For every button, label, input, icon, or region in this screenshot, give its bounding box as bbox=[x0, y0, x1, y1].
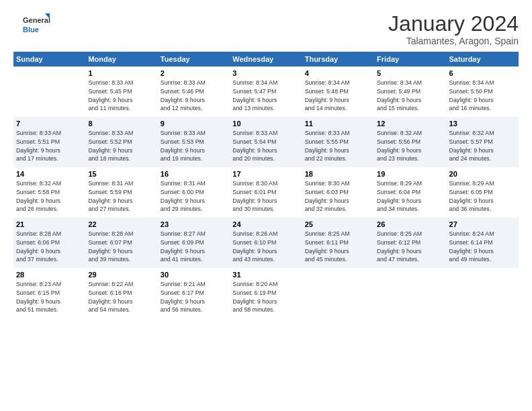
calendar-cell: 26Sunrise: 8:25 AMSunset: 6:12 PMDayligh… bbox=[374, 218, 446, 268]
day-info: Sunrise: 8:34 AMSunset: 5:48 PMDaylight:… bbox=[305, 79, 371, 113]
header: General Blue General Blue January 2024 T… bbox=[13, 12, 519, 46]
day-info: Sunrise: 8:29 AMSunset: 6:05 PMDaylight:… bbox=[449, 179, 516, 214]
day-info: Sunrise: 8:33 AMSunset: 5:46 PMDaylight:… bbox=[161, 79, 227, 113]
calendar-cell: 13Sunrise: 8:32 AMSunset: 5:57 PMDayligh… bbox=[447, 117, 519, 167]
day-number: 3 bbox=[232, 69, 299, 77]
day-info: Sunrise: 8:23 AMSunset: 6:15 PMDaylight:… bbox=[16, 280, 83, 314]
calendar-body: 1Sunrise: 8:33 AMSunset: 5:45 PMDaylight… bbox=[13, 66, 519, 318]
svg-text:Blue: Blue bbox=[23, 26, 39, 34]
day-number: 13 bbox=[449, 120, 516, 128]
calendar-title: January 2024 bbox=[388, 12, 519, 36]
day-info: Sunrise: 8:31 AMSunset: 6:00 PMDaylight:… bbox=[161, 179, 227, 214]
calendar-cell bbox=[447, 268, 519, 318]
day-info: Sunrise: 8:25 AMSunset: 6:12 PMDaylight:… bbox=[377, 230, 443, 264]
calendar-cell: 16Sunrise: 8:31 AMSunset: 6:00 PMDayligh… bbox=[158, 167, 230, 218]
day-number: 9 bbox=[161, 120, 227, 128]
header-thursday: Thursday bbox=[302, 52, 374, 66]
calendar-subtitle: Talamantes, Aragon, Spain bbox=[388, 36, 519, 46]
calendar-cell: 21Sunrise: 8:28 AMSunset: 6:06 PMDayligh… bbox=[13, 218, 85, 268]
day-info: Sunrise: 8:34 AMSunset: 5:50 PMDaylight:… bbox=[449, 79, 516, 113]
day-number: 12 bbox=[377, 120, 443, 128]
calendar-cell: 17Sunrise: 8:30 AMSunset: 6:01 PMDayligh… bbox=[230, 167, 302, 218]
logo-icon: General Blue bbox=[13, 12, 60, 34]
day-number: 21 bbox=[16, 220, 83, 228]
day-number: 2 bbox=[161, 69, 227, 77]
day-number: 30 bbox=[161, 271, 227, 279]
day-number: 27 bbox=[449, 220, 516, 228]
title-block: January 2024 Talamantes, Aragon, Spain bbox=[388, 12, 519, 46]
day-number: 10 bbox=[232, 120, 299, 128]
header-sunday: Sunday bbox=[13, 52, 85, 66]
day-info: Sunrise: 8:22 AMSunset: 6:16 PMDaylight:… bbox=[88, 280, 154, 314]
day-info: Sunrise: 8:33 AMSunset: 5:51 PMDaylight:… bbox=[16, 129, 83, 163]
day-number: 29 bbox=[88, 271, 154, 279]
calendar-cell: 11Sunrise: 8:33 AMSunset: 5:55 PMDayligh… bbox=[302, 117, 374, 167]
calendar-cell bbox=[302, 268, 374, 318]
day-info: Sunrise: 8:33 AMSunset: 5:53 PMDaylight:… bbox=[161, 129, 227, 163]
day-number: 5 bbox=[377, 69, 443, 77]
day-info: Sunrise: 8:20 AMSunset: 6:19 PMDaylight:… bbox=[232, 280, 299, 314]
day-info: Sunrise: 8:33 AMSunset: 5:45 PMDaylight:… bbox=[88, 79, 154, 113]
day-number: 6 bbox=[449, 69, 516, 77]
day-number: 31 bbox=[232, 271, 299, 279]
day-info: Sunrise: 8:32 AMSunset: 5:56 PMDaylight:… bbox=[377, 129, 443, 163]
day-number: 18 bbox=[305, 170, 371, 178]
day-info: Sunrise: 8:30 AMSunset: 6:03 PMDaylight:… bbox=[305, 179, 371, 214]
day-number: 8 bbox=[88, 120, 154, 128]
calendar-cell: 3Sunrise: 8:34 AMSunset: 5:47 PMDaylight… bbox=[230, 66, 302, 117]
calendar-cell: 4Sunrise: 8:34 AMSunset: 5:48 PMDaylight… bbox=[302, 66, 374, 117]
day-info: Sunrise: 8:28 AMSunset: 6:07 PMDaylight:… bbox=[88, 230, 154, 264]
day-number: 22 bbox=[88, 220, 154, 228]
calendar-cell: 25Sunrise: 8:25 AMSunset: 6:11 PMDayligh… bbox=[302, 218, 374, 268]
calendar-cell: 1Sunrise: 8:33 AMSunset: 5:45 PMDaylight… bbox=[85, 66, 157, 117]
day-number: 1 bbox=[88, 69, 154, 77]
svg-text:General: General bbox=[23, 16, 50, 24]
calendar-cell: 31Sunrise: 8:20 AMSunset: 6:19 PMDayligh… bbox=[230, 268, 302, 318]
day-info: Sunrise: 8:32 AMSunset: 5:57 PMDaylight:… bbox=[449, 129, 516, 163]
day-number: 17 bbox=[232, 170, 299, 178]
calendar-cell: 30Sunrise: 8:21 AMSunset: 6:17 PMDayligh… bbox=[158, 268, 230, 318]
day-info: Sunrise: 8:33 AMSunset: 5:54 PMDaylight:… bbox=[232, 129, 299, 163]
calendar-cell: 12Sunrise: 8:32 AMSunset: 5:56 PMDayligh… bbox=[374, 117, 446, 167]
day-info: Sunrise: 8:33 AMSunset: 5:52 PMDaylight:… bbox=[88, 129, 154, 163]
day-number: 16 bbox=[161, 170, 227, 178]
day-info: Sunrise: 8:30 AMSunset: 6:01 PMDaylight:… bbox=[232, 179, 299, 214]
day-info: Sunrise: 8:21 AMSunset: 6:17 PMDaylight:… bbox=[161, 280, 227, 314]
header-monday: Monday bbox=[85, 52, 157, 66]
calendar-cell: 6Sunrise: 8:34 AMSunset: 5:50 PMDaylight… bbox=[447, 66, 519, 117]
calendar-cell: 14Sunrise: 8:32 AMSunset: 5:58 PMDayligh… bbox=[13, 167, 85, 218]
calendar-cell: 28Sunrise: 8:23 AMSunset: 6:15 PMDayligh… bbox=[13, 268, 85, 318]
calendar-cell bbox=[374, 268, 446, 318]
day-info: Sunrise: 8:32 AMSunset: 5:58 PMDaylight:… bbox=[16, 179, 83, 214]
day-number: 19 bbox=[377, 170, 443, 178]
header-tuesday: Tuesday bbox=[158, 52, 230, 66]
day-info: Sunrise: 8:24 AMSunset: 6:14 PMDaylight:… bbox=[449, 230, 516, 264]
day-info: Sunrise: 8:25 AMSunset: 6:11 PMDaylight:… bbox=[305, 230, 371, 264]
header-wednesday: Wednesday bbox=[230, 52, 302, 66]
calendar-cell: 5Sunrise: 8:34 AMSunset: 5:49 PMDaylight… bbox=[374, 66, 446, 117]
calendar-table: Sunday Monday Tuesday Wednesday Thursday… bbox=[13, 52, 519, 318]
header-friday: Friday bbox=[374, 52, 446, 66]
day-info: Sunrise: 8:34 AMSunset: 5:47 PMDaylight:… bbox=[232, 79, 299, 113]
day-number: 7 bbox=[16, 120, 83, 128]
day-number: 26 bbox=[377, 220, 443, 228]
day-info: Sunrise: 8:33 AMSunset: 5:55 PMDaylight:… bbox=[305, 129, 371, 163]
calendar-cell bbox=[13, 66, 85, 117]
calendar-page: General Blue General Blue January 2024 T… bbox=[0, 0, 532, 411]
calendar-cell: 24Sunrise: 8:26 AMSunset: 6:10 PMDayligh… bbox=[230, 218, 302, 268]
day-number: 11 bbox=[305, 120, 371, 128]
calendar-cell: 2Sunrise: 8:33 AMSunset: 5:46 PMDaylight… bbox=[158, 66, 230, 117]
day-number: 28 bbox=[16, 271, 83, 279]
day-info: Sunrise: 8:26 AMSunset: 6:10 PMDaylight:… bbox=[232, 230, 299, 264]
calendar-cell: 29Sunrise: 8:22 AMSunset: 6:16 PMDayligh… bbox=[85, 268, 157, 318]
day-number: 23 bbox=[161, 220, 227, 228]
calendar-cell: 9Sunrise: 8:33 AMSunset: 5:53 PMDaylight… bbox=[158, 117, 230, 167]
calendar-header: Sunday Monday Tuesday Wednesday Thursday… bbox=[13, 52, 519, 66]
header-saturday: Saturday bbox=[447, 52, 519, 66]
calendar-cell: 23Sunrise: 8:27 AMSunset: 6:09 PMDayligh… bbox=[158, 218, 230, 268]
calendar-cell: 8Sunrise: 8:33 AMSunset: 5:52 PMDaylight… bbox=[85, 117, 157, 167]
calendar-cell: 15Sunrise: 8:31 AMSunset: 5:59 PMDayligh… bbox=[85, 167, 157, 218]
day-info: Sunrise: 8:29 AMSunset: 6:04 PMDaylight:… bbox=[377, 179, 443, 214]
calendar-cell: 20Sunrise: 8:29 AMSunset: 6:05 PMDayligh… bbox=[447, 167, 519, 218]
day-number: 24 bbox=[232, 220, 299, 228]
